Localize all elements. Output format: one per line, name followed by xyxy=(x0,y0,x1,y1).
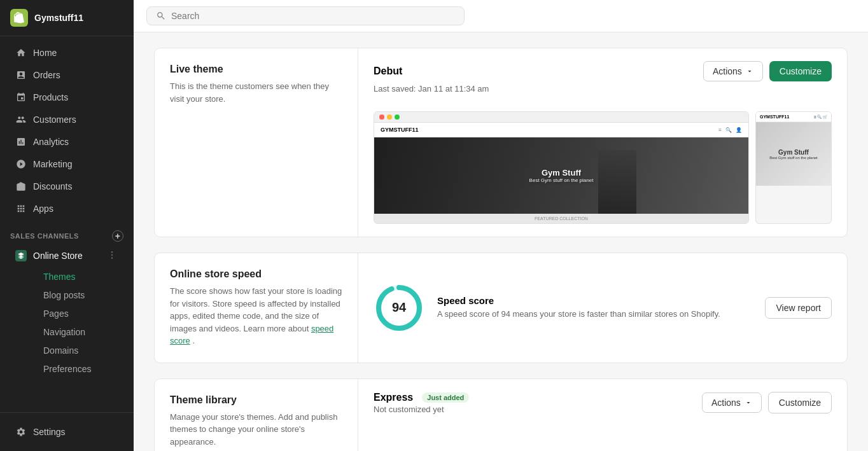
preview-mobile-header: GYMSTUFF11 ≡ 🔍 🛒 xyxy=(756,112,831,122)
speed-section-inner: Online store speed The score shows how f… xyxy=(155,253,847,363)
preview-bar xyxy=(374,112,748,123)
sidebar-item-online-store[interactable]: Online Store xyxy=(5,245,129,267)
library-actions-button[interactable]: Actions xyxy=(702,392,762,413)
theme-preview-mobile: GYMSTUFF11 ≡ 🔍 🛒 Gym Stuff Best Gym stuf… xyxy=(755,111,832,224)
discounts-icon xyxy=(15,181,27,192)
sidebar-item-marketing[interactable]: Marketing xyxy=(5,153,129,175)
live-theme-inner: Live theme This is the theme customers s… xyxy=(155,48,847,237)
sidebar-item-products[interactable]: Products xyxy=(5,87,129,108)
search-input[interactable] xyxy=(171,11,455,21)
library-chevron-down-icon xyxy=(745,399,752,406)
search-icon xyxy=(156,11,166,21)
preview-hero-text: Gym Stuff Best Gym stuff on the planet xyxy=(529,168,594,183)
search-bar[interactable] xyxy=(146,6,465,25)
theme-preview-desktop: GYMSTUFF11 ≡ 🔍 👤 xyxy=(374,111,749,224)
theme-header: Debut Actions Customize xyxy=(374,61,832,81)
theme-library-section: Theme library Manage your store's themes… xyxy=(154,378,848,452)
products-icon xyxy=(15,92,27,103)
sidebar-item-preferences[interactable]: Preferences xyxy=(33,360,129,378)
theme-library-desc: Manage your store's themes. Add and publ… xyxy=(170,411,342,448)
content-area: Live theme This is the theme customers s… xyxy=(134,32,868,451)
theme-preview: GYMSTUFF11 ≡ 🔍 👤 xyxy=(374,111,832,224)
main-nav: Home Orders Products Customers xyxy=(0,36,134,225)
dot-green xyxy=(395,114,400,120)
speed-section-desc: The score shows how fast your store is l… xyxy=(170,285,342,347)
svg-point-2 xyxy=(111,257,113,259)
sidebar-item-themes[interactable]: Themes xyxy=(33,268,129,286)
apps-icon xyxy=(15,203,27,214)
speed-section-right: 94 Speed score A speed score of 94 means… xyxy=(358,253,847,363)
main-content: Live theme This is the theme customers s… xyxy=(134,0,868,451)
dot-red xyxy=(379,114,384,120)
customize-button[interactable]: Customize xyxy=(769,61,832,81)
theme-library-inner: Theme library Manage your store's themes… xyxy=(155,379,847,452)
customers-icon xyxy=(15,114,27,125)
shopify-logo-icon xyxy=(10,9,28,27)
chevron-down-icon xyxy=(746,67,753,75)
speed-info: Speed score A speed score of 94 means yo… xyxy=(437,295,752,320)
sales-channels-header: SALES CHANNELS + xyxy=(0,225,134,244)
speed-score-value: 94 xyxy=(374,282,424,333)
sidebar-item-pages[interactable]: Pages xyxy=(33,305,129,323)
orders-icon xyxy=(15,69,27,81)
sidebar: Gymstuff11 Home Orders Products xyxy=(0,0,134,451)
top-bar xyxy=(134,0,868,32)
add-channel-button[interactable]: + xyxy=(112,230,123,242)
live-theme-desc: This is the theme customers see when the… xyxy=(170,80,342,105)
preview-mobile-hero: Gym Stuff Best Gym stuff on the planet xyxy=(756,122,831,186)
preview-store-header: GYMSTUFF11 ≡ 🔍 👤 xyxy=(374,123,748,137)
dot-yellow xyxy=(387,114,392,120)
online-store-icon xyxy=(15,250,27,261)
svg-point-1 xyxy=(111,251,113,253)
speed-score-title: Speed score xyxy=(437,295,752,306)
sidebar-item-blog-posts[interactable]: Blog posts xyxy=(33,286,129,304)
sidebar-item-customers[interactable]: Customers xyxy=(5,109,129,130)
library-customize-button[interactable]: Customize xyxy=(768,392,832,413)
library-theme-actions: Actions Customize xyxy=(702,392,832,413)
speed-score-desc: A speed score of 94 means your store is … xyxy=(437,309,752,320)
view-report-button[interactable]: View report xyxy=(765,297,832,319)
sidebar-header: Gymstuff11 xyxy=(0,0,134,36)
home-icon xyxy=(15,47,27,59)
svg-point-0 xyxy=(111,254,113,256)
theme-library-title: Theme library xyxy=(170,394,342,406)
live-theme-right: Debut Actions Customize Last saved: Jan … xyxy=(358,48,847,237)
sidebar-footer: Settings xyxy=(0,412,134,451)
express-theme-meta: Not customized yet xyxy=(374,405,469,414)
express-theme-name: Express xyxy=(374,392,413,403)
speed-section: Online store speed The score shows how f… xyxy=(154,253,848,363)
online-store-settings-icon[interactable] xyxy=(107,250,118,261)
speed-section-title: Online store speed xyxy=(170,268,342,280)
marketing-icon xyxy=(15,158,27,170)
settings-icon xyxy=(15,426,27,438)
express-theme-info: Express Just added Not customized yet xyxy=(374,392,469,414)
theme-name: Debut xyxy=(374,66,402,77)
store-name: Gymstuff11 xyxy=(34,13,83,23)
sidebar-item-analytics[interactable]: Analytics xyxy=(5,131,129,153)
sidebar-item-navigation[interactable]: Navigation xyxy=(33,323,129,341)
sidebar-item-settings[interactable]: Settings xyxy=(5,421,129,443)
sidebar-item-domains[interactable]: Domains xyxy=(33,342,129,359)
live-theme-section: Live theme This is the theme customers s… xyxy=(154,48,848,237)
theme-library-left: Theme library Manage your store's themes… xyxy=(155,379,358,452)
preview-footer: FEATURED COLLECTION xyxy=(374,214,748,223)
live-theme-title: Live theme xyxy=(170,64,342,75)
speed-gauge: 94 xyxy=(374,282,424,333)
speed-section-left: Online store speed The score shows how f… xyxy=(155,253,358,363)
theme-library-right: Express Just added Not customized yet Ac… xyxy=(358,379,847,452)
analytics-icon xyxy=(15,136,27,148)
sidebar-item-discounts[interactable]: Discounts xyxy=(5,176,129,197)
just-added-badge: Just added xyxy=(422,392,469,403)
sidebar-item-apps[interactable]: Apps xyxy=(5,198,129,219)
sidebar-item-home[interactable]: Home xyxy=(5,42,129,64)
preview-mobile-hero-text: Gym Stuff Best Gym stuff on the planet xyxy=(769,149,818,160)
online-store-subnav: Themes Blog posts Pages Navigation Domai… xyxy=(0,267,134,378)
theme-last-saved: Last saved: Jan 11 at 11:34 am xyxy=(374,84,832,94)
sidebar-item-orders[interactable]: Orders xyxy=(5,64,129,86)
actions-button[interactable]: Actions xyxy=(703,61,763,81)
theme-actions: Actions Customize xyxy=(703,61,832,81)
person-silhouette xyxy=(598,150,636,214)
preview-hero: Gym Stuff Best Gym stuff on the planet xyxy=(374,137,748,214)
library-header: Express Just added Not customized yet Ac… xyxy=(374,392,832,414)
live-theme-left: Live theme This is the theme customers s… xyxy=(155,48,358,237)
